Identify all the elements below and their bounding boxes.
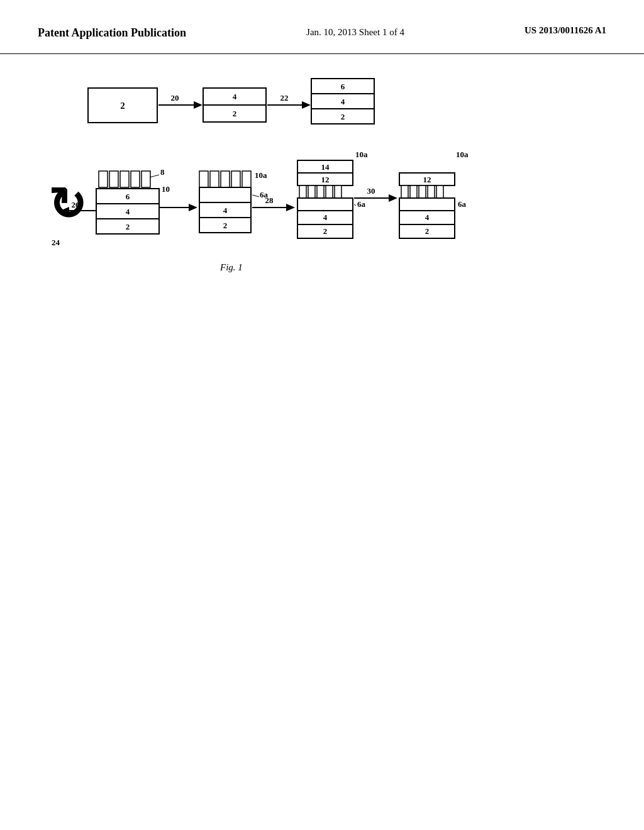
comb3-tooth-2 xyxy=(410,185,417,198)
arrow-28-head xyxy=(286,204,295,211)
label-comb1-2: 2 xyxy=(223,221,228,230)
comb2-tooth-2 xyxy=(308,185,315,198)
label-30: 30 xyxy=(367,186,375,196)
comb1-tooth-3 xyxy=(221,171,230,187)
label-10a-comb3: 10a xyxy=(456,150,469,159)
publication-title: Patent Application Publication xyxy=(38,25,186,41)
figure-1-diagram: 2 20 4 2 22 6 4 2 ↺ 24 6 4 2 8 10 26 xyxy=(38,75,604,327)
tooth-3 xyxy=(120,171,129,187)
label-6a-comb3: 6a xyxy=(458,199,467,209)
label-10a-comb1: 10a xyxy=(255,170,267,180)
label-28: 28 xyxy=(265,196,274,205)
comb3-tooth-3 xyxy=(419,185,426,198)
label-2: 2 xyxy=(120,101,125,111)
tooth-1 xyxy=(99,171,108,187)
label-8: 8 xyxy=(160,167,165,177)
recycle-arrow-icon: ↺ xyxy=(48,180,86,230)
label-2-mid: 2 xyxy=(233,109,237,118)
label-10: 10 xyxy=(162,184,170,194)
arrow-30-head xyxy=(389,194,397,202)
tooth-4 xyxy=(131,171,140,187)
comb2-tooth-5 xyxy=(335,185,341,198)
figure-caption: Fig. 1 xyxy=(219,262,243,272)
comb1-tooth-4 xyxy=(231,171,240,187)
arrow-to-comb1-head xyxy=(189,204,197,211)
comb2-base-6a xyxy=(297,198,353,211)
comb3-tooth-4 xyxy=(428,185,435,198)
label-10a-comb2: 10a xyxy=(355,150,368,159)
label-14: 14 xyxy=(321,162,330,172)
label-4-right: 4 xyxy=(341,97,345,106)
patent-number: US 2013/0011626 A1 xyxy=(525,25,606,36)
comb2-tooth-1 xyxy=(299,185,306,198)
label-8-line xyxy=(150,175,159,177)
label-comb2-2: 2 xyxy=(323,226,328,236)
label-comb3-2: 2 xyxy=(425,226,430,236)
arrow-20-head xyxy=(194,101,203,109)
page-header: Patent Application Publication Jan. 10, … xyxy=(0,0,644,54)
label-4-top: 4 xyxy=(233,92,237,101)
label-12-comb2: 12 xyxy=(321,175,330,184)
comb2-tooth-4 xyxy=(326,185,333,198)
label-comb3-4: 4 xyxy=(425,213,430,222)
tooth-5 xyxy=(142,171,150,187)
comb1-tooth-2 xyxy=(210,171,219,187)
label-comb2-4: 4 xyxy=(323,213,328,222)
label-2-right: 2 xyxy=(341,112,345,121)
label-stack10-6: 6 xyxy=(126,192,130,201)
publication-date: Jan. 10, 2013 Sheet 1 of 4 xyxy=(306,25,404,40)
label-6a-line1 xyxy=(252,195,259,197)
label-26: 26 xyxy=(72,200,80,209)
comb3-base-6a xyxy=(399,198,455,211)
comb2-tooth-3 xyxy=(317,185,324,198)
comb1-tooth-1 xyxy=(199,171,208,187)
label-comb1-4: 4 xyxy=(223,206,228,215)
label-20: 20 xyxy=(171,93,179,102)
tooth-2 xyxy=(109,171,118,187)
arrow-22-head xyxy=(302,101,311,109)
label-22: 22 xyxy=(280,93,289,102)
comb1-base-6a xyxy=(199,187,251,202)
label-6: 6 xyxy=(341,82,345,91)
label-6a-line2 xyxy=(354,204,356,206)
comb3-tooth-1 xyxy=(401,185,408,198)
label-12-comb3: 12 xyxy=(423,175,431,184)
comb3-tooth-5 xyxy=(436,185,443,198)
label-24: 24 xyxy=(52,238,60,247)
comb1-tooth-5 xyxy=(242,171,251,187)
label-stack10-4: 4 xyxy=(126,207,130,216)
label-6a-comb2: 6a xyxy=(357,199,366,209)
label-stack10-2: 2 xyxy=(126,222,130,231)
